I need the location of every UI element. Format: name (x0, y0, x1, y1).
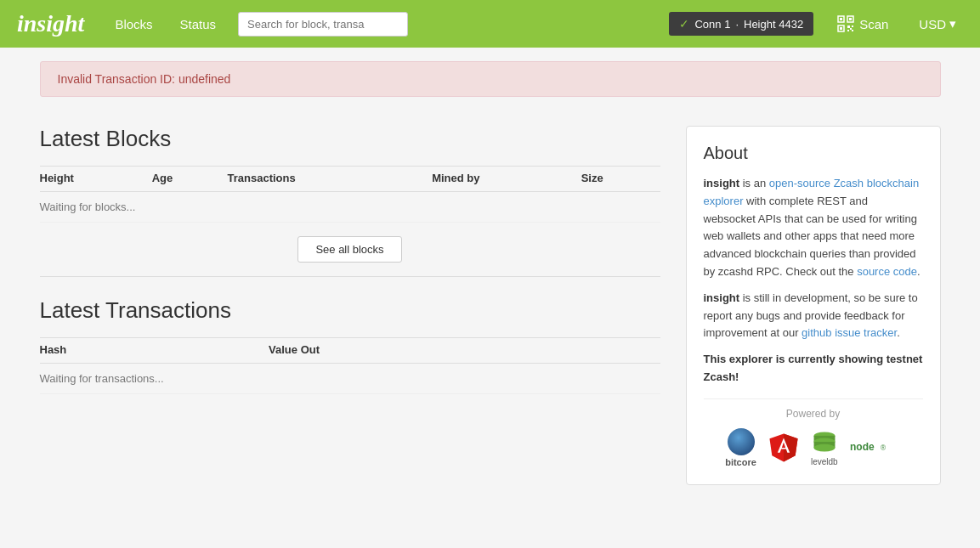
about-period-2: . (897, 326, 900, 339)
main-container: Latest Blocks Height Age Transactions Mi… (23, 110, 958, 511)
blocks-table-wrapper: Height Age Transactions Mined by Size Wa… (40, 166, 660, 223)
leveldb-text: leveldb (811, 457, 838, 466)
svg-rect-7 (852, 25, 853, 27)
col-age: Age (152, 167, 228, 192)
about-testnet-text: This explorer is currently showing testn… (704, 353, 923, 383)
about-period-1: . (917, 265, 921, 278)
about-link-github[interactable]: github issue tracker (802, 326, 897, 339)
latest-blocks-title: Latest Blocks (40, 126, 660, 152)
block-height-label: Height 4432 (744, 18, 803, 31)
scan-label: Scan (859, 17, 888, 31)
latest-transactions-title: Latest Transactions (40, 297, 660, 324)
about-title: About (704, 144, 923, 163)
latest-transactions-section: Latest Transactions Hash Value Out Waiti… (40, 297, 660, 394)
svg-rect-6 (847, 25, 850, 28)
transactions-table: Hash Value Out Waiting for transactions.… (40, 338, 660, 394)
svg-rect-10 (852, 30, 853, 31)
scan-button[interactable]: Scan (830, 12, 895, 36)
bitcore-sphere-icon (728, 428, 755, 455)
blocks-waiting-row: Waiting for blocks... (40, 192, 660, 223)
leveldb-logo: leveldb (811, 428, 838, 466)
svg-text:®: ® (881, 445, 886, 453)
col-size: Size (581, 167, 660, 192)
currency-arrow-icon: ▾ (949, 16, 956, 31)
about-paragraph-2: insight is still in development, so be s… (704, 290, 923, 342)
transactions-waiting-row: Waiting for transactions... (40, 364, 660, 394)
bitcore-logo: bitcore (725, 428, 756, 467)
latest-blocks-section: Latest Blocks Height Age Transactions Mi… (40, 126, 660, 277)
nav-blocks[interactable]: Blocks (110, 14, 157, 35)
blocks-waiting-message: Waiting for blocks... (40, 192, 660, 223)
about-paragraph-1: insight is an open-source Zcash blockcha… (704, 175, 923, 281)
about-divider (704, 398, 923, 399)
connection-check-icon: ✓ (679, 17, 689, 31)
col-height: Height (40, 167, 152, 192)
navbar: insight Blocks Status ✓ Conn 1 · Height … (0, 0, 980, 48)
qr-icon (837, 15, 854, 32)
transactions-table-wrapper: Hash Value Out Waiting for transactions.… (40, 337, 660, 394)
transactions-header-row: Hash Value Out (40, 338, 660, 364)
about-testnet: This explorer is currently showing testn… (704, 351, 923, 387)
nav-status[interactable]: Status (175, 14, 222, 35)
error-alert: Invalid Transaction ID: undefined (40, 61, 941, 97)
powered-logos: bitcore (704, 428, 923, 467)
content-right: About insight is an open-source Zcash bl… (686, 119, 941, 485)
search-input[interactable] (238, 12, 408, 37)
connection-status: ✓ Conn 1 · Height 4432 (669, 12, 813, 36)
about-insight-1: insight (704, 177, 740, 189)
blocks-header-row: Height Age Transactions Mined by Size (40, 167, 660, 192)
about-intro: is an (739, 177, 769, 189)
about-link-source[interactable]: source code (857, 265, 917, 278)
blocks-table-header: Height Age Transactions Mined by Size (40, 167, 660, 192)
svg-rect-5 (840, 27, 842, 30)
svg-rect-8 (847, 30, 849, 31)
see-all-wrapper: See all blocks (40, 223, 660, 277)
currency-label: USD (919, 17, 946, 31)
blocks-table-body: Waiting for blocks... (40, 192, 660, 223)
see-all-blocks-button[interactable]: See all blocks (297, 236, 401, 263)
svg-text:node: node (850, 442, 875, 454)
transactions-table-body: Waiting for transactions... (40, 364, 660, 394)
content-left: Latest Blocks Height Age Transactions Mi… (40, 119, 660, 485)
col-mined-by: Mined by (432, 167, 581, 192)
currency-dropdown[interactable]: USD ▾ (912, 13, 963, 35)
svg-rect-9 (850, 28, 852, 30)
svg-rect-1 (840, 18, 842, 20)
connection-separator: · (735, 18, 739, 31)
nodejs-svg: node ® (850, 435, 901, 457)
powered-by-label: Powered by (704, 408, 923, 420)
leveldb-icon (811, 428, 838, 455)
blocks-table: Height Age Transactions Mined by Size Wa… (40, 167, 660, 223)
nodejs-logo: node ® (850, 435, 901, 460)
connection-label: Conn 1 (694, 18, 730, 31)
bitcore-text: bitcore (725, 457, 756, 467)
transactions-table-header: Hash Value Out (40, 338, 660, 364)
alert-message: Invalid Transaction ID: undefined (58, 72, 231, 86)
col-transactions: Transactions (228, 167, 433, 192)
col-value-out: Value Out (269, 338, 660, 364)
transactions-waiting-message: Waiting for transactions... (40, 364, 660, 394)
svg-point-19 (813, 444, 835, 452)
about-panel: About insight is an open-source Zcash bl… (686, 126, 941, 485)
col-hash: Hash (40, 338, 269, 364)
brand-logo[interactable]: insight (17, 10, 84, 37)
angular-logo (768, 432, 799, 463)
svg-rect-3 (849, 18, 852, 20)
about-insight-2: insight (704, 291, 740, 304)
